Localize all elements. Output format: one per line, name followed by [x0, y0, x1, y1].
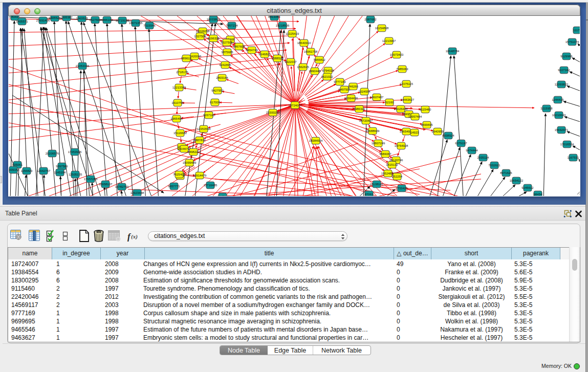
svg-text:14463627: 14463627: [401, 98, 415, 101]
svg-text:835061: 835061: [12, 163, 23, 166]
svg-text:3875685: 3875685: [221, 51, 233, 54]
svg-text:9657771: 9657771: [168, 185, 180, 188]
svg-text:7986322: 7986322: [353, 107, 365, 111]
svg-text:9327505: 9327505: [221, 41, 233, 44]
svg-text:11175: 11175: [573, 29, 580, 32]
svg-text:5498222: 5498222: [187, 150, 200, 154]
svg-text:9684067: 9684067: [379, 152, 391, 156]
svg-text:18640910: 18640910: [297, 41, 311, 45]
svg-text:1939154: 1939154: [9, 168, 19, 171]
svg-text:1588520: 1588520: [271, 57, 284, 60]
svg-text:1327505: 1327505: [194, 35, 206, 38]
svg-text:9227342: 9227342: [558, 69, 570, 72]
svg-text:18724007: 18724007: [288, 104, 302, 107]
svg-text:2867608: 2867608: [233, 45, 245, 48]
svg-text:10025438: 10025438: [394, 107, 408, 111]
svg-text:6379197: 6379197: [455, 142, 467, 145]
svg-text:19099489: 19099489: [183, 161, 197, 164]
svg-text:10958107: 10958107: [99, 183, 113, 186]
svg-text:16914479: 16914479: [193, 174, 207, 177]
svg-text:8938924: 8938924: [442, 134, 454, 137]
svg-text:10973403: 10973403: [390, 53, 404, 56]
svg-text:6466160: 6466160: [101, 18, 113, 21]
svg-text:19957484: 19957484: [408, 115, 422, 118]
svg-text:989612: 989612: [181, 57, 192, 60]
svg-text:1615132: 1615132: [386, 163, 398, 166]
svg-text:16671355: 16671355: [129, 21, 143, 25]
svg-text:12942757: 12942757: [37, 169, 51, 172]
svg-text:2935114: 2935114: [477, 156, 490, 159]
svg-text:1733426: 1733426: [396, 187, 408, 190]
svg-text:12923448: 12923448: [130, 191, 144, 194]
svg-text:9397586: 9397586: [56, 165, 68, 168]
svg-text:617006: 617006: [210, 101, 221, 104]
svg-text:1167531: 1167531: [568, 156, 580, 159]
svg-text:98454: 98454: [534, 193, 542, 196]
svg-text:746266: 746266: [348, 85, 359, 88]
svg-text:15716485: 15716485: [204, 184, 217, 187]
svg-text:1990448: 1990448: [309, 70, 321, 73]
svg-text:924561: 924561: [217, 195, 228, 196]
svg-text:1905528: 1905528: [49, 16, 61, 19]
svg-text:14923: 14923: [410, 131, 419, 134]
svg-text:15751074: 15751074: [565, 40, 579, 43]
svg-text:1005387: 1005387: [60, 16, 73, 19]
svg-text:6794028: 6794028: [322, 69, 334, 72]
svg-text:1145194: 1145194: [54, 171, 67, 174]
svg-text:9699695: 9699695: [421, 123, 433, 126]
svg-text:1640959: 1640959: [431, 130, 444, 133]
svg-text:16648784: 16648784: [446, 50, 460, 53]
svg-text:8196328: 8196328: [207, 37, 220, 40]
svg-text:7485063: 7485063: [396, 68, 408, 71]
svg-text:15692971: 15692971: [555, 128, 569, 132]
svg-text:20364436: 20364436: [344, 97, 358, 100]
svg-text:9777169: 9777169: [334, 80, 346, 83]
svg-text:2087682: 2087682: [364, 18, 377, 21]
svg-text:2718176: 2718176: [176, 71, 188, 74]
svg-text:8471626: 8471626: [500, 171, 512, 174]
svg-text:3887834: 3887834: [193, 139, 206, 142]
svg-text:1527602: 1527602: [89, 18, 101, 21]
svg-text:1965494: 1965494: [170, 117, 183, 120]
svg-text:15116682: 15116682: [173, 132, 187, 135]
svg-text:252254: 252254: [392, 175, 403, 178]
svg-text:3215958: 3215958: [540, 107, 553, 110]
svg-text:16138141: 16138141: [370, 183, 384, 186]
svg-text:23226058: 23226058: [196, 30, 210, 33]
svg-text:8043: 8043: [11, 16, 18, 18]
svg-text:10719155: 10719155: [116, 19, 129, 22]
svg-text:3267110: 3267110: [203, 114, 215, 117]
svg-text:7632621: 7632621: [488, 164, 500, 167]
svg-text:9322037: 9322037: [285, 60, 297, 63]
svg-text:10688609: 10688609: [366, 129, 380, 133]
svg-text:9245612: 9245612: [521, 186, 534, 189]
svg-text:21053346: 21053346: [76, 64, 90, 68]
svg-text:16961758: 16961758: [304, 50, 318, 53]
svg-text:1063528: 1063528: [76, 17, 88, 20]
svg-text:12093822: 12093822: [555, 83, 569, 86]
svg-text:87061: 87061: [365, 193, 374, 196]
svg-text:7955812: 7955812: [313, 58, 325, 61]
svg-text:27691406: 27691406: [36, 19, 50, 22]
svg-text:9129966: 9129966: [560, 55, 573, 58]
svg-text:(x): (x): [131, 233, 138, 240]
svg-text:18807249: 18807249: [372, 142, 385, 145]
svg-text:16033809: 16033809: [207, 18, 221, 21]
svg-text:12353594: 12353594: [197, 127, 211, 130]
svg-text:9242845: 9242845: [219, 63, 231, 67]
svg-text:2803144: 2803144: [216, 76, 228, 79]
svg-text:7857234: 7857234: [226, 24, 238, 27]
svg-text:1621022: 1621022: [321, 75, 333, 78]
svg-text:12375115: 12375115: [400, 82, 413, 85]
svg-text:19384554: 19384554: [309, 139, 323, 142]
svg-text:12213389: 12213389: [172, 86, 186, 89]
svg-text:9146821: 9146821: [258, 53, 271, 56]
svg-text:16154808: 16154808: [375, 27, 389, 30]
svg-text:1405571: 1405571: [16, 20, 28, 23]
svg-text:62160: 62160: [385, 101, 394, 104]
svg-text:11325419: 11325419: [286, 32, 299, 35]
svg-text:1244415: 1244415: [552, 98, 564, 101]
svg-text:20206576: 20206576: [46, 152, 59, 155]
svg-text:10210643: 10210643: [552, 114, 566, 117]
svg-text:1024554: 1024554: [358, 90, 371, 93]
